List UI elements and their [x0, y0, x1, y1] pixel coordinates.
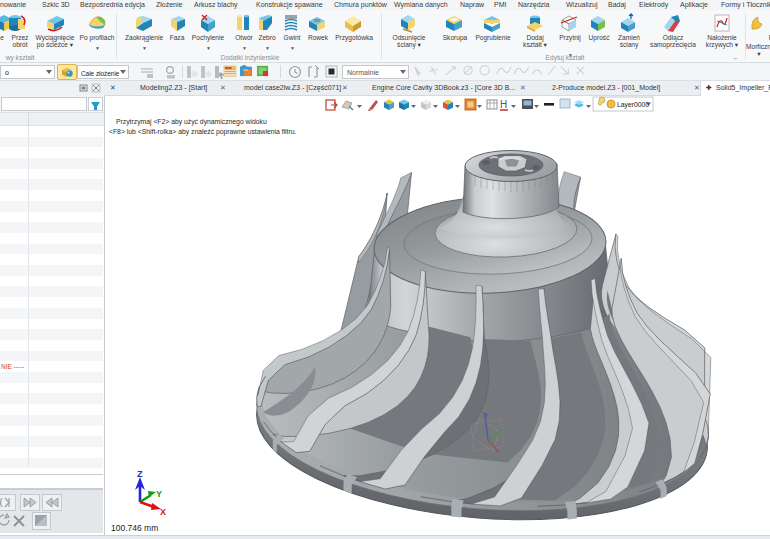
svg-text:Z: Z	[137, 469, 143, 479]
svg-text:X: X	[160, 507, 166, 517]
svg-text:Y: Y	[156, 489, 162, 499]
